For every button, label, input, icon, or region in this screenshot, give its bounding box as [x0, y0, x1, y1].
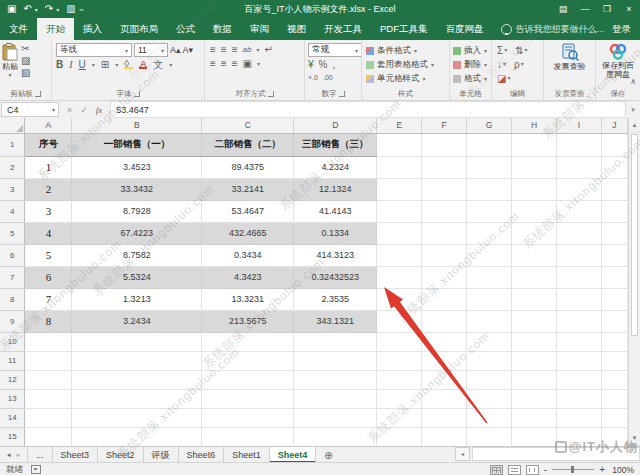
redo-icon[interactable]: ↷: [45, 0, 53, 18]
align-left-button[interactable]: ≡: [210, 58, 216, 69]
cell-F14[interactable]: [422, 408, 467, 427]
row-header-8[interactable]: 8: [0, 288, 25, 310]
ribbon-tab-数据[interactable]: 数据: [204, 18, 241, 40]
sheet-tab-Sheet1[interactable]: Sheet1: [224, 447, 270, 463]
sheet-nav-right-icon[interactable]: ▸: [17, 451, 21, 459]
borders-dropdown-icon[interactable]: ▾: [115, 61, 118, 68]
top-align-button[interactable]: ≡: [210, 44, 216, 55]
ribbon-tab-百度网盘[interactable]: 百度网盘: [437, 18, 493, 40]
row-header-2[interactable]: 2: [0, 156, 25, 178]
cell-E10[interactable]: [377, 332, 422, 351]
cell-E6[interactable]: [377, 244, 422, 266]
alignment-dialog-launcher-icon[interactable]: [268, 91, 274, 97]
cell-E13[interactable]: [377, 389, 422, 408]
ribbon-tab-公式[interactable]: 公式: [167, 18, 204, 40]
undo-icon[interactable]: ↶: [23, 0, 31, 18]
orientation-dropdown-icon[interactable]: ▾: [256, 46, 259, 53]
cell-F5[interactable]: [422, 222, 467, 244]
cell-J12[interactable]: [601, 370, 627, 389]
cell-E5[interactable]: [377, 222, 422, 244]
middle-align-button[interactable]: ≡: [221, 44, 227, 55]
cell-C9[interactable]: 213.5675: [202, 310, 294, 332]
font-size-select[interactable]: 11▾: [134, 43, 168, 57]
cell-styles-button[interactable]: 单元格样式▾: [366, 72, 445, 85]
cell-H9[interactable]: [512, 310, 557, 332]
copy-button[interactable]: ▨: [21, 55, 30, 66]
confirm-entry-icon[interactable]: ✓: [80, 105, 88, 115]
increase-decimal-button[interactable]: +.0: [308, 72, 318, 83]
cell-C13[interactable]: [202, 389, 294, 408]
cell-B6[interactable]: 8.7582: [72, 244, 202, 266]
cell-C1[interactable]: 二部销售（二）: [202, 133, 294, 156]
cell-A12[interactable]: [25, 370, 72, 389]
cell-I1[interactable]: [557, 133, 602, 156]
column-header-J[interactable]: J: [601, 118, 627, 133]
cell-A9[interactable]: 8: [25, 310, 72, 332]
column-header-F[interactable]: F: [422, 118, 467, 133]
hscroll-left-icon[interactable]: ◂: [455, 447, 470, 461]
cell-H8[interactable]: [512, 288, 557, 310]
cell-D4[interactable]: 41.4143: [294, 200, 377, 222]
italic-button[interactable]: I: [69, 59, 72, 70]
column-header-E[interactable]: E: [377, 118, 422, 133]
formula-input[interactable]: 53.4647: [110, 101, 626, 118]
cell-C7[interactable]: 4.3423: [202, 266, 294, 288]
cut-button[interactable]: ✂: [21, 43, 30, 54]
cell-D15[interactable]: [294, 427, 377, 446]
row-header-4[interactable]: 4: [0, 200, 25, 222]
expand-formula-bar-icon[interactable]: ▾: [626, 106, 640, 114]
cell-J8[interactable]: [601, 288, 627, 310]
row-header-12[interactable]: 12: [0, 370, 25, 389]
cell-I7[interactable]: [557, 266, 602, 288]
column-header-C[interactable]: C: [202, 118, 294, 133]
cell-D1[interactable]: 三部销售（三）: [294, 133, 377, 156]
shrink-font-button[interactable]: A▾: [183, 46, 194, 55]
cell-G7[interactable]: [467, 266, 512, 288]
cell-C10[interactable]: [202, 332, 294, 351]
macro-record-icon[interactable]: [31, 465, 41, 474]
cell-B3[interactable]: 33.3432: [72, 178, 202, 200]
clipboard-dialog-launcher-icon[interactable]: [35, 91, 41, 97]
ribbon-display-options-icon[interactable]: ▤: [552, 0, 574, 18]
clear-button[interactable]: ◪: [497, 73, 506, 84]
cell-J11[interactable]: [601, 351, 627, 370]
cell-J4[interactable]: [601, 200, 627, 222]
cell-A6[interactable]: 5: [25, 244, 72, 266]
horizontal-scroll-thumb[interactable]: [472, 447, 640, 461]
column-header-G[interactable]: G: [467, 118, 512, 133]
cell-D9[interactable]: 343.1321: [294, 310, 377, 332]
zoom-slider[interactable]: [552, 469, 594, 470]
cell-B11[interactable]: [72, 351, 202, 370]
cell-F11[interactable]: [422, 351, 467, 370]
find-select-button[interactable]: ρ: [514, 59, 520, 70]
cell-E3[interactable]: [377, 178, 422, 200]
row-header-1[interactable]: 1: [0, 133, 25, 156]
cell-D13[interactable]: [294, 389, 377, 408]
cell-G3[interactable]: [467, 178, 512, 200]
cell-G14[interactable]: [467, 408, 512, 427]
sheet-tab-Sheet2[interactable]: Sheet2: [98, 447, 144, 463]
cell-E4[interactable]: [377, 200, 422, 222]
merge-center-button[interactable]: ▣: [243, 58, 252, 69]
cell-G4[interactable]: [467, 200, 512, 222]
horizontal-scrollbar[interactable]: ◂: [455, 447, 640, 461]
ribbon-tab-开始[interactable]: 开始: [37, 18, 74, 40]
cell-D12[interactable]: [294, 370, 377, 389]
insert-function-icon[interactable]: fx: [96, 105, 103, 115]
paste-button[interactable]: 粘贴 ▾: [2, 43, 18, 88]
cell-H11[interactable]: [512, 351, 557, 370]
undo-dropdown-icon[interactable]: ▾: [35, 6, 38, 13]
cell-C11[interactable]: [202, 351, 294, 370]
cell-E2[interactable]: [377, 156, 422, 178]
phonetic-guide-button[interactable]: 文: [153, 59, 163, 70]
cell-I14[interactable]: [557, 408, 602, 427]
cell-A1[interactable]: 序号: [25, 133, 72, 156]
cell-G15[interactable]: [467, 427, 512, 446]
cell-G8[interactable]: [467, 288, 512, 310]
cell-F2[interactable]: [422, 156, 467, 178]
cell-H7[interactable]: [512, 266, 557, 288]
underline-button[interactable]: U: [79, 59, 86, 70]
cell-I12[interactable]: [557, 370, 602, 389]
cell-D14[interactable]: [294, 408, 377, 427]
cell-J7[interactable]: [601, 266, 627, 288]
